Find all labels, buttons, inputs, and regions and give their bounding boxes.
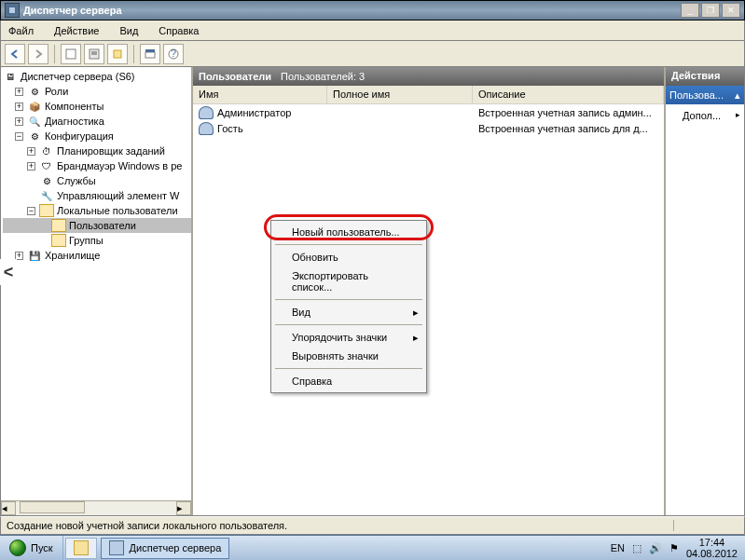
expand-icon[interactable]: +: [27, 147, 35, 156]
close-button[interactable]: ✕: [722, 3, 740, 18]
taskbar-item-explorer[interactable]: [65, 538, 97, 559]
grid-title-bar: Пользователи Пользователей: 3: [193, 67, 664, 86]
menu-bar: Файл Действие Вид Справка: [0, 20, 745, 41]
scroll-thumb[interactable]: [20, 501, 85, 513]
folder-icon: [51, 219, 66, 232]
scroll-right-button[interactable]: ▸: [176, 501, 191, 515]
side-handle[interactable]: <: [0, 259, 17, 285]
menu-action[interactable]: Действие: [50, 23, 103, 38]
menu-help[interactable]: Справка: [155, 23, 202, 38]
grid-subtitle: Пользователей: 3: [281, 71, 365, 82]
ctx-help[interactable]: Справка: [273, 372, 424, 390]
back-button[interactable]: [5, 44, 25, 64]
tree-groups[interactable]: Группы: [3, 233, 191, 248]
user-icon: [199, 122, 214, 135]
context-menu: Новый пользователь... Обновить Экспортир…: [270, 220, 427, 393]
ctx-view[interactable]: Вид: [273, 303, 424, 321]
start-button[interactable]: Пуск: [0, 536, 63, 561]
server-icon: 🖥: [3, 70, 18, 83]
collapse-icon[interactable]: ▴: [735, 89, 740, 102]
scheduler-icon: ⏱: [39, 144, 54, 157]
roles-icon: ⚙: [27, 85, 42, 98]
svg-rect-2: [66, 49, 76, 59]
actions-header: Действия: [666, 67, 744, 86]
window-title: Диспетчер сервера: [23, 5, 679, 16]
clock[interactable]: 17:44 04.08.2012: [686, 537, 738, 559]
ctx-align[interactable]: Выровнять значки: [273, 347, 424, 365]
tree-firewall[interactable]: +🛡Брандмауэр Windows в ре: [3, 158, 191, 173]
tray-icon[interactable]: ⚑: [669, 542, 679, 554]
grid-body[interactable]: Администратор Встроенная учетная запись …: [193, 104, 664, 515]
svg-text:?: ?: [171, 48, 176, 59]
tree-diagnostics[interactable]: +🔍Диагностика: [3, 114, 191, 129]
window-titlebar: Диспетчер сервера _ ❐ ✕: [0, 0, 745, 20]
taskbar: Пуск Диспетчер сервера EN ⬚ 🔊 ⚑ 17:44 04…: [0, 535, 745, 560]
server-manager-icon: [109, 540, 124, 555]
svg-rect-6: [114, 50, 121, 58]
actions-pane: Действия Пользова...▴ Допол...: [666, 67, 744, 515]
menu-view[interactable]: Вид: [116, 23, 142, 38]
status-text: Создание новой учетной записи локального…: [7, 520, 673, 531]
tree-components[interactable]: +📦Компоненты: [3, 99, 191, 114]
tray-icon[interactable]: 🔊: [649, 542, 662, 554]
tree-wmi[interactable]: 🔧Управляющий элемент W: [3, 188, 191, 203]
ctx-refresh[interactable]: Обновить: [273, 248, 424, 266]
status-bar: Создание новой учетной записи локального…: [0, 516, 745, 535]
export-button[interactable]: [107, 44, 128, 64]
collapse-icon[interactable]: −: [27, 207, 35, 215]
user-icon: [199, 106, 214, 119]
table-row[interactable]: Администратор Встроенная учетная запись …: [193, 104, 664, 120]
forward-button[interactable]: [28, 44, 48, 64]
col-name[interactable]: Имя: [193, 86, 327, 103]
actions-more[interactable]: Допол...: [666, 104, 744, 127]
help-button[interactable]: ?: [163, 44, 184, 64]
expand-icon[interactable]: +: [15, 102, 23, 111]
expand-icon[interactable]: +: [15, 117, 23, 126]
content-pane: Пользователи Пользователей: 3 Имя Полное…: [193, 67, 666, 515]
collapse-icon[interactable]: −: [15, 132, 23, 141]
table-row[interactable]: Гость Встроенная учетная запись для д...: [193, 120, 664, 136]
ctx-new-user[interactable]: Новый пользователь...: [273, 223, 424, 241]
properties-button[interactable]: [84, 44, 104, 64]
tree-roles[interactable]: +⚙Роли: [3, 84, 191, 99]
explorer-icon: [74, 540, 89, 555]
menu-file[interactable]: Файл: [5, 23, 37, 38]
ctx-arrange[interactable]: Упорядочить значки: [273, 328, 424, 347]
svg-rect-8: [145, 49, 155, 52]
folder-icon: [39, 204, 54, 217]
maximize-button[interactable]: ❐: [701, 3, 720, 18]
horizontal-scrollbar[interactable]: ◂ ▸: [1, 500, 191, 515]
refresh-button[interactable]: [140, 44, 160, 64]
action-button[interactable]: [61, 44, 81, 64]
scroll-left-button[interactable]: ◂: [1, 501, 16, 515]
diagnostics-icon: 🔍: [27, 115, 42, 128]
config-icon: ⚙: [27, 130, 42, 143]
tree-task-scheduler[interactable]: +⏱Планировщик заданий: [3, 143, 191, 158]
taskbar-item-server-manager[interactable]: Диспетчер сервера: [101, 538, 230, 559]
start-orb-icon: [9, 540, 26, 556]
tree-pane: 🖥Диспетчер сервера (S6) +⚙Роли +📦Компоне…: [1, 67, 193, 515]
col-fullname[interactable]: Полное имя: [327, 86, 473, 103]
actions-section[interactable]: Пользова...▴: [666, 86, 744, 104]
expand-icon[interactable]: +: [27, 162, 35, 171]
tree-users[interactable]: Пользователи: [3, 218, 191, 233]
toolbar: ?: [0, 41, 745, 67]
firewall-icon: 🛡: [39, 159, 54, 172]
tray-icon[interactable]: ⬚: [632, 542, 642, 554]
ctx-export[interactable]: Экспортировать список...: [273, 266, 424, 296]
app-icon: [5, 3, 20, 18]
tree-services[interactable]: ⚙Службы: [3, 173, 191, 188]
services-icon: ⚙: [39, 174, 54, 187]
grid-header: Имя Полное имя Описание: [193, 86, 664, 104]
tree-local-users[interactable]: −Локальные пользователи: [3, 203, 191, 218]
tree-root[interactable]: 🖥Диспетчер сервера (S6): [3, 69, 191, 84]
minimize-button[interactable]: _: [681, 3, 699, 18]
components-icon: 📦: [27, 100, 42, 113]
language-indicator[interactable]: EN: [611, 542, 625, 553]
expand-icon[interactable]: +: [15, 88, 23, 96]
tree-configuration[interactable]: −⚙Конфигурация: [3, 129, 191, 143]
folder-icon: [51, 234, 66, 247]
tree-storage[interactable]: +💾Хранилище: [3, 248, 191, 263]
col-desc[interactable]: Описание: [473, 86, 664, 103]
svg-rect-7: [145, 52, 155, 58]
